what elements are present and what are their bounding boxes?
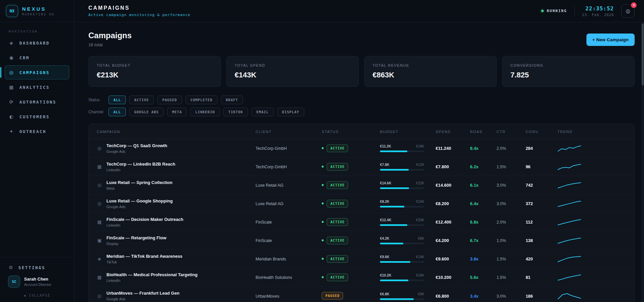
budget-cell: €10.2K€16K: [380, 273, 424, 281]
page-subtitle: 16 total: [88, 42, 132, 47]
status-cell: ACTIVE: [322, 218, 380, 226]
roas-value: 6.2x: [470, 164, 478, 169]
conv-value: 81: [526, 275, 530, 280]
filter-chip-meta[interactable]: META: [167, 108, 187, 116]
campaign-row[interactable]: ◎Luxe Retail — Google ShoppingGoogle Ads…: [89, 194, 634, 213]
budget-cell-col: €4.2K€8K: [380, 236, 435, 244]
campaign-row[interactable]: ▣FinScale — Retargeting FlowDisplayFinSc…: [89, 231, 634, 250]
sidebar-item-analytics[interactable]: ▦ANALYTICS: [5, 80, 69, 94]
filter-chip-draft[interactable]: DRAFT: [221, 96, 243, 104]
budget-total: €18K: [416, 144, 424, 148]
client-cell: TechCorp GmbH: [256, 145, 322, 151]
filter-chip-completed[interactable]: COMPLETED: [185, 96, 218, 104]
filter-chip-paused[interactable]: PAUSED: [157, 96, 182, 104]
sidebar-item-settings[interactable]: ⚙ SETTINGS: [5, 263, 69, 276]
budget-spent: €8.2K: [380, 199, 389, 203]
conv-value: 112: [526, 220, 533, 225]
filter-chip-google-ads[interactable]: GOOGLE ADS: [129, 108, 164, 116]
budget-labels: €7.8K€12K: [380, 163, 424, 167]
campaign-row[interactable]: ▦BioHealth — Medical Professional Target…: [89, 268, 634, 287]
conv-value: 420: [526, 256, 533, 261]
sidebar-item-crm[interactable]: ◉CRM: [5, 51, 69, 65]
client-name: TechCorp GmbH: [256, 165, 287, 169]
filter-chip-all[interactable]: ALL: [108, 108, 126, 116]
trend-sparkline: [557, 236, 581, 244]
brand-tagline: MARKETING HQ: [22, 13, 55, 16]
campaign-row[interactable]: ◎UrbanMoves — Frankfurt Lead GenGoogle A…: [89, 287, 634, 302]
budget-cell-col: €8.2K€15K: [380, 199, 435, 207]
filter-row-status: StatusALLACTIVEPAUSEDCOMPLETEDDRAFT: [88, 96, 635, 104]
budget-progress-fill: [380, 224, 407, 226]
collapse-button[interactable]: ◀ COLLAPSE: [5, 294, 69, 297]
budget-spent: €11.2K: [380, 144, 391, 148]
sidebar: NX NEXUS MARKETING HQ NAVIGATION ◈DASHBO…: [0, 0, 74, 302]
spend-value: €4.200: [435, 238, 449, 243]
clock: 22:35:52 23. Feb. 2026: [582, 5, 614, 17]
new-campaign-button[interactable]: + New Campaign: [586, 34, 635, 46]
filter-chip-email[interactable]: EMAIL: [251, 108, 274, 116]
sidebar-item-dashboard[interactable]: ◈DASHBOARD: [5, 36, 69, 50]
nav-section-label: NAVIGATION: [9, 29, 74, 33]
stat-label: TOTAL SPEND: [235, 63, 350, 67]
roas-value: 6.4x: [470, 201, 478, 206]
stat-value: €863K: [373, 71, 488, 79]
conv-cell: 372: [526, 200, 557, 206]
conv-cell: 112: [526, 219, 557, 225]
campaign-name-wrap: FinScale — Decision Maker OutreachLinked…: [106, 217, 183, 227]
budget-cell: €6.8K€9K: [380, 292, 424, 300]
status-dot: [322, 184, 324, 186]
budget-total: €12K: [416, 163, 424, 167]
status-dot: [322, 202, 324, 204]
spend-cell: €10.200: [435, 274, 470, 280]
campaign-row[interactable]: ◈Meridian — TikTok Brand AwarenessTikTok…: [89, 250, 634, 268]
trend-sparkline: [557, 273, 581, 281]
campaign-channel: Google Ads: [106, 297, 179, 301]
status-wrap: ACTIVE: [322, 200, 380, 207]
avatar: SC: [8, 276, 20, 288]
campaign-cell: ◎Luxe Retail — Google ShoppingGoogle Ads: [97, 198, 256, 209]
campaign-row[interactable]: ◎Luxe Retail — Spring CollectionMetaLuxe…: [89, 176, 634, 194]
trend-cell: [557, 163, 626, 171]
sidebar-item-outreach[interactable]: ✦OUTREACH: [5, 124, 69, 138]
trend-cell: [557, 199, 626, 207]
user-profile[interactable]: SC Sarah Chen Account Director: [5, 276, 69, 288]
scrollbar-thumb[interactable]: [642, 23, 644, 85]
status-cell: ACTIVE: [322, 144, 380, 152]
filter-chip-active[interactable]: ACTIVE: [129, 96, 154, 104]
status-badge: PAUSED: [322, 292, 343, 300]
budget-progress-track: [380, 280, 424, 281]
campaign-name-wrap: Luxe Retail — Google ShoppingGoogle Ads: [106, 198, 173, 209]
campaign-row[interactable]: ▦FinScale — Decision Maker OutreachLinke…: [89, 213, 634, 231]
notifications-button[interactable]: ◎ 3: [621, 4, 635, 18]
user-info: Sarah Chen Account Director: [24, 277, 51, 287]
budget-progress-track: [380, 243, 424, 244]
budget-spent: €7.8K: [380, 163, 389, 167]
sidebar-item-campaigns[interactable]: ◎CAMPAIGNS: [5, 65, 69, 79]
roas-cell: 6.8x: [470, 219, 496, 225]
roas-cell: 6.1x: [470, 182, 496, 188]
sidebar-item-automations[interactable]: ⟳AUTOMATIONS: [5, 95, 69, 109]
roas-value: 5.6x: [470, 275, 478, 280]
collapse-icon: ◀: [23, 294, 26, 297]
user-name: Sarah Chen: [24, 277, 51, 282]
campaign-row[interactable]: ▦TechCorp — LinkedIn B2B ReachLinkedInTe…: [89, 158, 634, 176]
campaign-name: BioHealth — Medical Professional Targeti…: [106, 272, 197, 277]
campaign-name: Luxe Retail — Google Shopping: [106, 198, 173, 203]
filter-chip-display[interactable]: DISPLAY: [277, 108, 304, 116]
campaign-row[interactable]: ◎TechCorp — Q1 SaaS GrowthGoogle AdsTech…: [89, 139, 634, 158]
client-name: UrbanMoves: [256, 294, 279, 299]
budget-cell-col: €6.8K€9K: [380, 292, 435, 300]
filter-chip-linkedin[interactable]: LINKEDIN: [190, 108, 220, 116]
budget-progress-track: [380, 150, 424, 152]
ctr-cell: 2.0%: [496, 145, 526, 151]
sidebar-item-label: OUTREACH: [19, 129, 46, 134]
filter-chip-all[interactable]: ALL: [108, 96, 126, 104]
status-dot: [322, 239, 324, 241]
conv-cell: 742: [526, 182, 557, 188]
budget-progress-fill: [380, 169, 409, 171]
sidebar-item-label: CUSTOMERS: [19, 114, 50, 119]
budget-progress-fill: [380, 150, 407, 152]
filter-chip-tiktok[interactable]: TIKTOK: [223, 108, 248, 116]
conv-cell: 96: [526, 164, 557, 170]
sidebar-item-customers[interactable]: ◐CUSTOMERS: [5, 110, 69, 124]
